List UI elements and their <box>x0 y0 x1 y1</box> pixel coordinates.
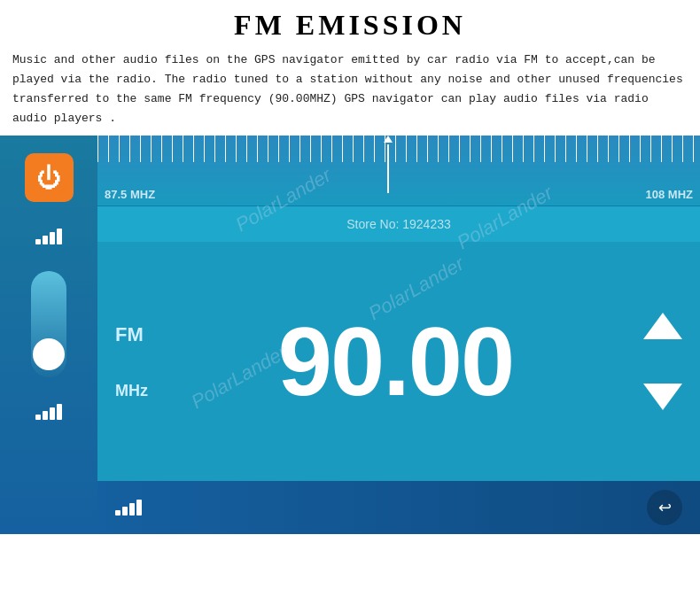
freq-high-label: 108 MHZ <box>646 188 693 201</box>
store-bar: Store No: 1924233 <box>97 206 700 242</box>
frequency-controls <box>643 313 682 410</box>
text-section: FM EMISSION Music and other audio files … <box>0 0 700 136</box>
band-labels: FM MHz <box>115 323 148 400</box>
bottom-signal-icon <box>115 500 142 516</box>
signal-button-2[interactable] <box>35 404 62 420</box>
frequency-display: FM MHz 90.00 <box>97 242 700 481</box>
unit-label: MHz <box>115 382 148 400</box>
description-text: Music and other audio files on the GPS n… <box>12 50 688 128</box>
store-number: Store No: 1924233 <box>346 217 451 231</box>
slider-knob <box>33 338 65 370</box>
frequency-up-button[interactable] <box>643 313 682 339</box>
tick-marks <box>97 136 700 162</box>
frequency-labels: 87.5 MHZ 108 MHZ <box>97 184 700 201</box>
frequency-number: 90.00 <box>278 313 513 410</box>
power-button[interactable]: ⏻ <box>25 153 74 202</box>
power-icon: ⏻ <box>36 163 61 192</box>
freq-low-label: 87.5 MHZ <box>105 188 155 201</box>
page-title: FM EMISSION <box>12 9 688 42</box>
band-label: FM <box>115 323 148 346</box>
signal-button[interactable] <box>35 229 62 244</box>
frequency-down-button[interactable] <box>643 384 682 410</box>
left-sidebar: ⏻ <box>0 136 97 534</box>
volume-slider[interactable] <box>31 271 66 377</box>
back-button[interactable]: ↩ <box>647 490 682 525</box>
radio-display: 87.5 MHZ 108 MHZ Store No: 1924233 FM MH… <box>97 136 700 534</box>
bottom-bar: ↩ <box>97 481 700 534</box>
frequency-scale: 87.5 MHZ 108 MHZ <box>97 136 700 206</box>
radio-ui: ⏻ <box>0 136 700 534</box>
needle-top <box>384 136 393 143</box>
signal-bars-icon <box>35 229 62 244</box>
back-icon: ↩ <box>658 498 672 517</box>
